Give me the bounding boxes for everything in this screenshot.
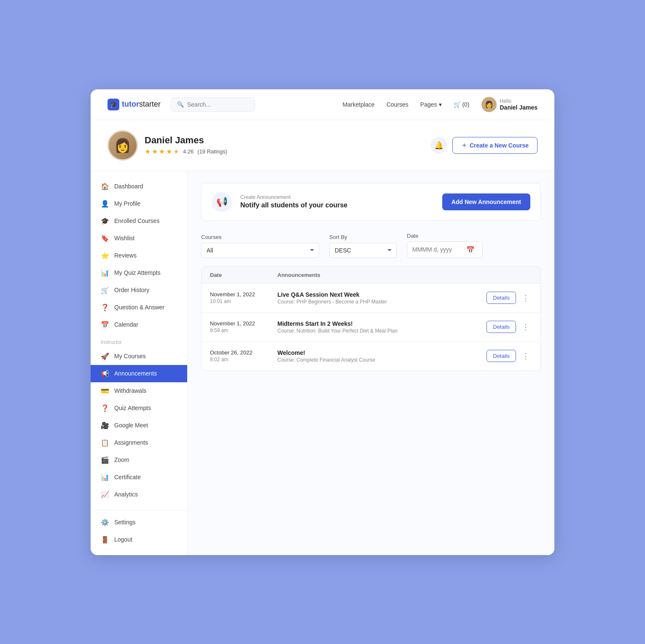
row-2-course: Course: Nutrition: Build Your Perfect Di…	[277, 328, 481, 334]
nav-courses[interactable]: Courses	[387, 101, 408, 108]
sidebar-item-certificate[interactable]: 📊 Certificate	[91, 469, 187, 486]
sidebar-item-order-history[interactable]: 🛒 Order History	[91, 282, 187, 299]
sidebar-label-qa: Question & Answer	[114, 304, 164, 311]
sidebar-item-wishlist[interactable]: 🔖 Wishlist	[91, 230, 187, 247]
courses-filter-select[interactable]: All PHP Beginners Nutrition Course Finan…	[201, 243, 319, 258]
profile-name: Daniel James	[145, 135, 227, 146]
row-3-more-button[interactable]: ⋮	[519, 350, 532, 362]
row-2-more-button[interactable]: ⋮	[519, 321, 532, 333]
sidebar-item-zoom[interactable]: 🎬 Zoom	[91, 451, 187, 469]
row-1-details-button[interactable]: Details	[486, 292, 516, 304]
profile-actions: 🔔 ＋ Create a New Course	[430, 137, 538, 154]
cart-icon[interactable]: 🛒 (0)	[454, 101, 470, 108]
rating-value: 4.26	[183, 148, 194, 155]
user-greet[interactable]: 👩 Hello Daniel James	[481, 97, 538, 112]
sidebar-item-my-courses[interactable]: 🚀 My Courses	[91, 348, 187, 365]
sortby-filter-select[interactable]: DESC ASC	[329, 243, 397, 258]
sidebar-label-my-courses: My Courses	[114, 353, 146, 360]
ratings-count: (19 Ratings)	[197, 148, 227, 155]
sidebar-item-announcements[interactable]: 📢 Announcements	[91, 365, 187, 382]
table-header: Date Announcements	[202, 267, 540, 284]
reviews-icon: ⭐	[101, 252, 109, 260]
create-course-button[interactable]: ＋ Create a New Course	[452, 137, 538, 154]
logo[interactable]: 🎓 tutorstarter	[108, 99, 161, 110]
stars-row: ★ ★ ★ ★ ★ 4.26 (19 Ratings)	[145, 148, 227, 156]
logout-icon: 🚪	[101, 536, 109, 544]
sidebar-label-logout: Logout	[114, 536, 132, 543]
instructor-section-label: Instructor	[91, 333, 187, 348]
withdrawals-icon: 💳	[101, 387, 109, 395]
hello-label: Hello	[500, 98, 538, 104]
nav-pages[interactable]: Pages ▾	[420, 101, 442, 108]
analytics-icon: 📈	[101, 491, 109, 499]
col-date: Date	[210, 272, 277, 278]
star-2: ★	[152, 148, 158, 156]
sidebar-label-order: Order History	[114, 287, 149, 293]
announcement-banner: 📢 Create Announcement Notify all student…	[201, 183, 541, 221]
sidebar-label-zoom: Zoom	[114, 456, 129, 463]
table-row: November 1, 2022 9:59 am Midterms Start …	[202, 313, 540, 342]
sidebar-item-analytics[interactable]: 📈 Analytics	[91, 486, 187, 503]
col-announcements: Announcements	[277, 272, 532, 278]
sidebar-label-profile: My Profile	[114, 200, 140, 207]
row-2-details-button[interactable]: Details	[486, 321, 516, 333]
date-input-wrap[interactable]: 📅	[407, 241, 483, 258]
sidebar-item-settings[interactable]: ⚙️ Settings	[91, 514, 187, 531]
sidebar-label-wishlist: Wishlist	[114, 235, 134, 241]
row-3-details-button[interactable]: Details	[486, 350, 516, 362]
assignments-icon: 📋	[101, 439, 109, 447]
row-3-date: October 26, 2022 8:02 am	[210, 349, 277, 362]
sidebar-label-calendar: Calendar	[114, 321, 138, 328]
announcements-table: Date Announcements November 1, 2022 10:0…	[201, 266, 541, 371]
sidebar-item-my-profile[interactable]: 👤 My Profile	[91, 195, 187, 212]
wishlist-icon: 🔖	[101, 234, 109, 242]
row-2-actions: Details ⋮	[486, 321, 532, 333]
sidebar-label-settings: Settings	[114, 519, 136, 526]
sidebar-item-enrolled-courses[interactable]: 🎓 Enrolled Courses	[91, 212, 187, 230]
announce-megaphone-icon: 📢	[212, 192, 232, 212]
calendar-icon: 📅	[101, 321, 109, 329]
sidebar-item-assignments[interactable]: 📋 Assignments	[91, 434, 187, 451]
calendar-picker-icon[interactable]: 📅	[466, 246, 475, 254]
row-1-date: November 1, 2022 10:01 am	[210, 291, 277, 304]
sidebar-label-assignments: Assignments	[114, 439, 148, 446]
sidebar: 🏠 Dashboard 👤 My Profile 🎓 Enrolled Cour…	[91, 171, 188, 555]
sidebar-item-google-meet[interactable]: 🎥 Google Meet	[91, 417, 187, 434]
sidebar-label-analytics: Analytics	[114, 491, 138, 498]
date-input[interactable]	[412, 246, 463, 253]
user-name-header: Daniel James	[500, 104, 538, 111]
sidebar-item-quiz-attempts[interactable]: 📊 My Quiz Attempts	[91, 264, 187, 282]
sidebar-item-withdrawals[interactable]: 💳 Withdrawals	[91, 382, 187, 400]
row-3-actions: Details ⋮	[486, 350, 532, 362]
dashboard-icon: 🏠	[101, 182, 109, 191]
search-input[interactable]	[187, 101, 249, 108]
my-courses-icon: 🚀	[101, 352, 109, 360]
row-3-title: Welcome!	[277, 349, 481, 356]
row-1-content: Live Q&A Session Next Week Course: PHP B…	[277, 291, 532, 305]
table-row: October 26, 2022 8:02 am Welcome! Course…	[202, 342, 540, 370]
sidebar-item-dashboard[interactable]: 🏠 Dashboard	[91, 178, 187, 195]
app-container: 🎓 tutorstarter 🔍 Marketplace Courses Pag…	[91, 89, 554, 555]
search-bar[interactable]: 🔍	[171, 97, 255, 112]
row-3-content: Welcome! Course: Complete Financial Anal…	[277, 349, 532, 363]
row-2-date: November 1, 2022 9:59 am	[210, 320, 277, 333]
bell-button[interactable]: 🔔	[430, 137, 447, 154]
sidebar-label-announcements: Announcements	[114, 370, 157, 377]
star-5-half: ★	[173, 148, 179, 156]
sidebar-label-withdrawals: Withdrawals	[114, 387, 146, 394]
qa-icon: ❓	[101, 303, 109, 311]
profile-info: Daniel James ★ ★ ★ ★ ★ 4.26 (19 Ratings)	[145, 135, 227, 156]
sidebar-item-reviews[interactable]: ⭐ Reviews	[91, 247, 187, 264]
nav-marketplace[interactable]: Marketplace	[342, 101, 374, 108]
star-3: ★	[159, 148, 165, 156]
enrolled-icon: 🎓	[101, 217, 109, 225]
sidebar-item-logout[interactable]: 🚪 Logout	[91, 531, 187, 548]
sidebar-item-qa[interactable]: ❓ Question & Answer	[91, 299, 187, 316]
row-1-more-button[interactable]: ⋮	[519, 292, 532, 304]
sidebar-item-quiz-attempts-inst[interactable]: ❓ Quiz Attempts	[91, 400, 187, 417]
sidebar-item-calendar[interactable]: 📅 Calendar	[91, 316, 187, 333]
row-2-content: Midterms Start In 2 Weeks! Course: Nutri…	[277, 320, 532, 334]
row-1-title: Live Q&A Session Next Week	[277, 291, 481, 298]
star-4: ★	[166, 148, 172, 156]
add-announcement-button[interactable]: Add New Announcement	[442, 193, 530, 210]
